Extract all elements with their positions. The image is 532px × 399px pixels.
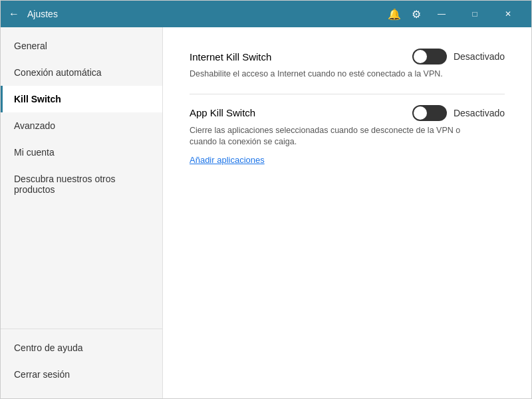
app-kill-switch-toggle[interactable]: [412, 105, 447, 121]
title-bar-controls: 🔔 ⚙: [388, 8, 421, 21]
maximize-button[interactable]: □: [460, 1, 490, 27]
maximize-icon: □: [472, 9, 477, 19]
sidebar-item-cerrar[interactable]: Cerrar sesión: [1, 361, 162, 388]
window-controls: — □ ✕: [426, 1, 523, 27]
app-kill-switch-control: Desactivado: [412, 105, 505, 121]
app-kill-switch-title: App Kill Switch: [190, 107, 255, 118]
close-button[interactable]: ✕: [493, 1, 523, 27]
add-applications-link[interactable]: Añadir aplicaciones: [190, 155, 265, 165]
app-toggle-knob: [414, 106, 427, 120]
app-kill-switch-status: Desactivado: [454, 108, 505, 118]
minimize-button[interactable]: —: [426, 1, 457, 27]
title-bar-left: ← Ajustes: [9, 8, 388, 20]
app-kill-switch-description: Cierre las aplicaciones seleccionadas cu…: [190, 125, 469, 148]
sidebar: General Conexión automática Kill Switch …: [1, 27, 163, 398]
sidebar-item-avanzado[interactable]: Avanzado: [1, 112, 162, 139]
main-layout: General Conexión automática Kill Switch …: [1, 27, 531, 398]
internet-kill-switch-description: Deshabilite el acceso a Internet cuando …: [190, 68, 469, 80]
sidebar-label-micuenta: Mi cuenta: [14, 147, 55, 158]
app-kill-switch-row: App Kill Switch Desactivado Cierre las a…: [190, 105, 505, 179]
sidebar-label-general: General: [14, 41, 47, 51]
back-button[interactable]: ←: [9, 8, 19, 20]
title-bar: ← Ajustes 🔔 ⚙ — □ ✕: [1, 1, 531, 27]
sidebar-item-conexion[interactable]: Conexión automática: [1, 59, 162, 86]
gear-icon[interactable]: ⚙: [412, 8, 421, 21]
sidebar-bottom: Centro de ayuda Cerrar sesión: [1, 329, 162, 398]
internet-kill-switch-toggle[interactable]: [412, 49, 447, 65]
window-title: Ajustes: [27, 9, 58, 19]
sidebar-item-ayuda[interactable]: Centro de ayuda: [1, 334, 162, 361]
sidebar-label-avanzado: Avanzado: [14, 120, 55, 131]
bell-icon[interactable]: 🔔: [388, 8, 401, 21]
minimize-icon: —: [438, 9, 446, 19]
sidebar-item-otros[interactable]: Descubra nuestros otros productos: [1, 166, 162, 203]
sidebar-nav: General Conexión automática Kill Switch …: [1, 27, 162, 329]
internet-kill-switch-status: Desactivado: [454, 51, 505, 62]
sidebar-label-ayuda: Centro de ayuda: [14, 342, 83, 353]
internet-kill-switch-header: Internet Kill Switch Desactivado: [190, 49, 505, 65]
app-kill-switch-header: App Kill Switch Desactivado: [190, 105, 505, 121]
content-area: Internet Kill Switch Desactivado Deshabi…: [163, 27, 531, 398]
close-icon: ✕: [505, 9, 511, 19]
sidebar-label-killswitch: Kill Switch: [14, 94, 61, 104]
sidebar-item-micuenta[interactable]: Mi cuenta: [1, 139, 162, 166]
sidebar-label-conexion: Conexión automática: [14, 67, 102, 78]
internet-kill-switch-title: Internet Kill Switch: [190, 51, 271, 63]
internet-kill-switch-control: Desactivado: [412, 49, 505, 65]
sidebar-label-cerrar: Cerrar sesión: [14, 369, 70, 380]
window: ← Ajustes 🔔 ⚙ — □ ✕ General: [0, 0, 532, 399]
sidebar-item-general[interactable]: General: [1, 33, 162, 59]
sidebar-item-killswitch[interactable]: Kill Switch: [1, 86, 162, 112]
sidebar-label-otros: Descubra nuestros otros productos: [14, 174, 149, 195]
toggle-knob: [414, 50, 427, 63]
internet-kill-switch-row: Internet Kill Switch Desactivado Deshabi…: [190, 49, 505, 94]
